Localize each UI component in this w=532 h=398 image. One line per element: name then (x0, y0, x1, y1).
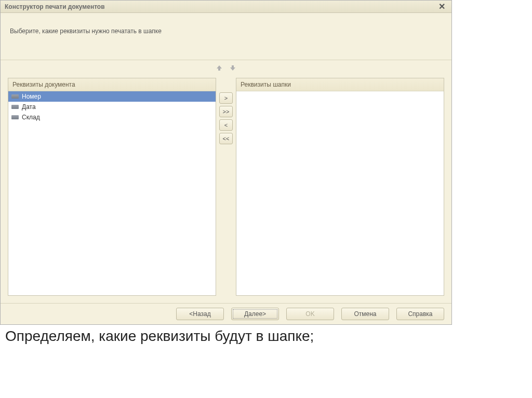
back-button[interactable]: <Назад (176, 308, 224, 320)
remove-all-button[interactable]: << (219, 133, 233, 144)
right-panel-header: Реквизиты шапки (236, 78, 444, 91)
attribute-icon (11, 115, 19, 119)
add-button[interactable]: > (219, 92, 233, 104)
main-area: Реквизиты документа Номер Дата Склад > >… (1, 76, 451, 303)
titlebar: Конструктор печати документов ✕ (1, 1, 451, 13)
ok-button: OK (286, 308, 334, 320)
list-item-label: Дата (22, 103, 36, 111)
add-all-button[interactable]: >> (219, 106, 233, 117)
attribute-icon (11, 94, 19, 99)
list-item-label: Номер (22, 93, 41, 100)
help-button[interactable]: Справка (396, 308, 444, 320)
remove-button[interactable]: < (219, 119, 233, 131)
move-down-icon[interactable] (229, 64, 237, 72)
move-up-icon[interactable] (215, 64, 223, 72)
next-button[interactable]: Далее> (231, 308, 279, 320)
instruction-panel: Выберите, какие реквизиты нужно печатать… (1, 13, 451, 60)
left-panel-header: Реквизиты документа (8, 78, 216, 91)
slide-caption: Определяем, какие реквизиты будут в шапк… (0, 325, 532, 348)
button-bar: <Назад Далее> OK Отмена Справка (1, 303, 451, 324)
left-panel-list[interactable]: Номер Дата Склад (8, 91, 216, 295)
close-icon[interactable]: ✕ (436, 2, 447, 11)
window-title: Конструктор печати документов (5, 3, 105, 10)
dialog-window: Конструктор печати документов ✕ Выберите… (0, 0, 452, 325)
updown-toolbar (1, 60, 451, 76)
cancel-button[interactable]: Отмена (341, 308, 389, 320)
list-item[interactable]: Дата (8, 102, 216, 112)
document-attributes-panel: Реквизиты документа Номер Дата Склад (8, 78, 216, 296)
list-item[interactable]: Склад (8, 112, 216, 122)
right-panel-list[interactable] (236, 91, 444, 295)
transfer-buttons: > >> < << (219, 78, 233, 296)
attribute-icon (11, 105, 19, 109)
instruction-text: Выберите, какие реквизиты нужно печатать… (10, 28, 162, 35)
list-item-label: Склад (22, 114, 40, 121)
header-attributes-panel: Реквизиты шапки (236, 78, 444, 296)
list-item[interactable]: Номер (8, 91, 216, 102)
